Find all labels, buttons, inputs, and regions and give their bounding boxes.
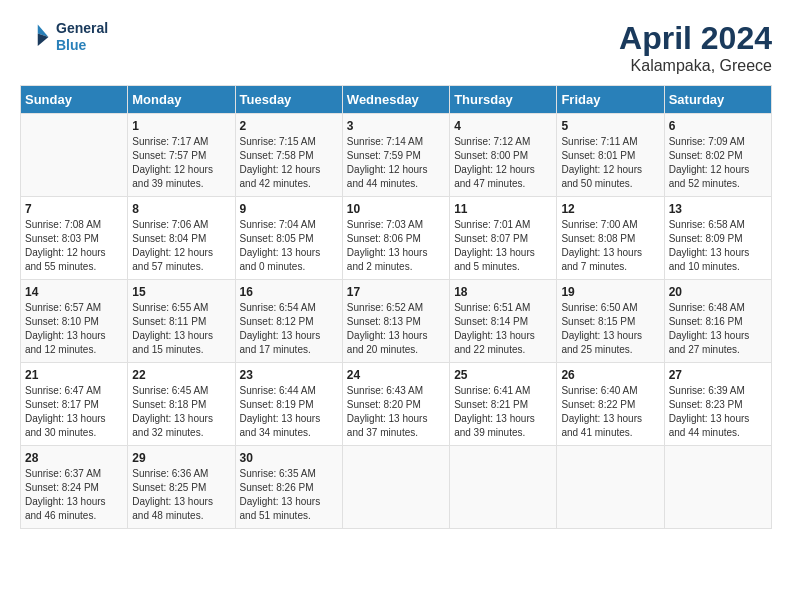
calendar-cell: 24Sunrise: 6:43 AM Sunset: 8:20 PM Dayli… — [342, 363, 449, 446]
day-number: 4 — [454, 119, 552, 133]
calendar-cell: 12Sunrise: 7:00 AM Sunset: 8:08 PM Dayli… — [557, 197, 664, 280]
logo-text: General Blue — [56, 20, 108, 54]
day-info: Sunrise: 7:00 AM Sunset: 8:08 PM Dayligh… — [561, 218, 659, 274]
day-info: Sunrise: 6:45 AM Sunset: 8:18 PM Dayligh… — [132, 384, 230, 440]
calendar-cell: 30Sunrise: 6:35 AM Sunset: 8:26 PM Dayli… — [235, 446, 342, 529]
logo: General Blue — [20, 20, 108, 54]
day-info: Sunrise: 6:54 AM Sunset: 8:12 PM Dayligh… — [240, 301, 338, 357]
day-number: 21 — [25, 368, 123, 382]
calendar-cell: 22Sunrise: 6:45 AM Sunset: 8:18 PM Dayli… — [128, 363, 235, 446]
page-header: General Blue April 2024 Kalampaka, Greec… — [20, 20, 772, 75]
day-info: Sunrise: 7:14 AM Sunset: 7:59 PM Dayligh… — [347, 135, 445, 191]
calendar-cell: 18Sunrise: 6:51 AM Sunset: 8:14 PM Dayli… — [450, 280, 557, 363]
day-info: Sunrise: 6:43 AM Sunset: 8:20 PM Dayligh… — [347, 384, 445, 440]
day-info: Sunrise: 7:12 AM Sunset: 8:00 PM Dayligh… — [454, 135, 552, 191]
calendar-cell: 4Sunrise: 7:12 AM Sunset: 8:00 PM Daylig… — [450, 114, 557, 197]
day-info: Sunrise: 7:06 AM Sunset: 8:04 PM Dayligh… — [132, 218, 230, 274]
calendar-cell — [664, 446, 771, 529]
calendar-week-4: 21Sunrise: 6:47 AM Sunset: 8:17 PM Dayli… — [21, 363, 772, 446]
calendar-cell: 10Sunrise: 7:03 AM Sunset: 8:06 PM Dayli… — [342, 197, 449, 280]
header-cell-monday: Monday — [128, 86, 235, 114]
calendar-cell: 1Sunrise: 7:17 AM Sunset: 7:57 PM Daylig… — [128, 114, 235, 197]
day-number: 11 — [454, 202, 552, 216]
day-info: Sunrise: 6:52 AM Sunset: 8:13 PM Dayligh… — [347, 301, 445, 357]
calendar-cell: 27Sunrise: 6:39 AM Sunset: 8:23 PM Dayli… — [664, 363, 771, 446]
day-info: Sunrise: 6:36 AM Sunset: 8:25 PM Dayligh… — [132, 467, 230, 523]
day-info: Sunrise: 6:41 AM Sunset: 8:21 PM Dayligh… — [454, 384, 552, 440]
calendar-cell: 16Sunrise: 6:54 AM Sunset: 8:12 PM Dayli… — [235, 280, 342, 363]
header-cell-saturday: Saturday — [664, 86, 771, 114]
calendar-cell — [450, 446, 557, 529]
header-cell-thursday: Thursday — [450, 86, 557, 114]
day-info: Sunrise: 7:03 AM Sunset: 8:06 PM Dayligh… — [347, 218, 445, 274]
day-number: 17 — [347, 285, 445, 299]
calendar-cell: 26Sunrise: 6:40 AM Sunset: 8:22 PM Dayli… — [557, 363, 664, 446]
day-info: Sunrise: 6:47 AM Sunset: 8:17 PM Dayligh… — [25, 384, 123, 440]
day-info: Sunrise: 6:40 AM Sunset: 8:22 PM Dayligh… — [561, 384, 659, 440]
calendar-cell: 28Sunrise: 6:37 AM Sunset: 8:24 PM Dayli… — [21, 446, 128, 529]
calendar-cell: 19Sunrise: 6:50 AM Sunset: 8:15 PM Dayli… — [557, 280, 664, 363]
calendar-cell: 9Sunrise: 7:04 AM Sunset: 8:05 PM Daylig… — [235, 197, 342, 280]
calendar-cell — [557, 446, 664, 529]
svg-marker-2 — [24, 24, 38, 45]
day-info: Sunrise: 6:55 AM Sunset: 8:11 PM Dayligh… — [132, 301, 230, 357]
day-number: 7 — [25, 202, 123, 216]
calendar-title: April 2024 — [619, 20, 772, 57]
calendar-cell: 11Sunrise: 7:01 AM Sunset: 8:07 PM Dayli… — [450, 197, 557, 280]
day-info: Sunrise: 7:11 AM Sunset: 8:01 PM Dayligh… — [561, 135, 659, 191]
day-info: Sunrise: 6:35 AM Sunset: 8:26 PM Dayligh… — [240, 467, 338, 523]
day-number: 6 — [669, 119, 767, 133]
calendar-table: SundayMondayTuesdayWednesdayThursdayFrid… — [20, 85, 772, 529]
day-number: 29 — [132, 451, 230, 465]
day-number: 8 — [132, 202, 230, 216]
day-number: 23 — [240, 368, 338, 382]
day-number: 18 — [454, 285, 552, 299]
calendar-week-2: 7Sunrise: 7:08 AM Sunset: 8:03 PM Daylig… — [21, 197, 772, 280]
calendar-cell: 5Sunrise: 7:11 AM Sunset: 8:01 PM Daylig… — [557, 114, 664, 197]
day-number: 28 — [25, 451, 123, 465]
day-info: Sunrise: 6:37 AM Sunset: 8:24 PM Dayligh… — [25, 467, 123, 523]
calendar-cell: 17Sunrise: 6:52 AM Sunset: 8:13 PM Dayli… — [342, 280, 449, 363]
day-info: Sunrise: 6:57 AM Sunset: 8:10 PM Dayligh… — [25, 301, 123, 357]
day-number: 12 — [561, 202, 659, 216]
day-number: 20 — [669, 285, 767, 299]
header-cell-tuesday: Tuesday — [235, 86, 342, 114]
calendar-cell: 15Sunrise: 6:55 AM Sunset: 8:11 PM Dayli… — [128, 280, 235, 363]
calendar-week-1: 1Sunrise: 7:17 AM Sunset: 7:57 PM Daylig… — [21, 114, 772, 197]
day-info: Sunrise: 7:09 AM Sunset: 8:02 PM Dayligh… — [669, 135, 767, 191]
calendar-cell: 29Sunrise: 6:36 AM Sunset: 8:25 PM Dayli… — [128, 446, 235, 529]
header-cell-wednesday: Wednesday — [342, 86, 449, 114]
day-info: Sunrise: 7:04 AM Sunset: 8:05 PM Dayligh… — [240, 218, 338, 274]
day-info: Sunrise: 6:48 AM Sunset: 8:16 PM Dayligh… — [669, 301, 767, 357]
header-cell-friday: Friday — [557, 86, 664, 114]
calendar-header-row: SundayMondayTuesdayWednesdayThursdayFrid… — [21, 86, 772, 114]
day-number: 13 — [669, 202, 767, 216]
calendar-cell: 3Sunrise: 7:14 AM Sunset: 7:59 PM Daylig… — [342, 114, 449, 197]
calendar-cell — [21, 114, 128, 197]
calendar-subtitle: Kalampaka, Greece — [619, 57, 772, 75]
day-number: 27 — [669, 368, 767, 382]
calendar-cell: 7Sunrise: 7:08 AM Sunset: 8:03 PM Daylig… — [21, 197, 128, 280]
day-number: 22 — [132, 368, 230, 382]
day-info: Sunrise: 7:15 AM Sunset: 7:58 PM Dayligh… — [240, 135, 338, 191]
day-number: 14 — [25, 285, 123, 299]
logo-line2: Blue — [56, 37, 108, 54]
day-number: 1 — [132, 119, 230, 133]
day-number: 10 — [347, 202, 445, 216]
day-number: 25 — [454, 368, 552, 382]
title-area: April 2024 Kalampaka, Greece — [619, 20, 772, 75]
calendar-cell: 6Sunrise: 7:09 AM Sunset: 8:02 PM Daylig… — [664, 114, 771, 197]
day-info: Sunrise: 6:50 AM Sunset: 8:15 PM Dayligh… — [561, 301, 659, 357]
day-number: 5 — [561, 119, 659, 133]
day-info: Sunrise: 6:51 AM Sunset: 8:14 PM Dayligh… — [454, 301, 552, 357]
logo-icon — [20, 21, 52, 53]
calendar-week-5: 28Sunrise: 6:37 AM Sunset: 8:24 PM Dayli… — [21, 446, 772, 529]
calendar-cell: 8Sunrise: 7:06 AM Sunset: 8:04 PM Daylig… — [128, 197, 235, 280]
day-info: Sunrise: 7:17 AM Sunset: 7:57 PM Dayligh… — [132, 135, 230, 191]
day-number: 30 — [240, 451, 338, 465]
header-cell-sunday: Sunday — [21, 86, 128, 114]
day-number: 9 — [240, 202, 338, 216]
calendar-cell: 23Sunrise: 6:44 AM Sunset: 8:19 PM Dayli… — [235, 363, 342, 446]
day-info: Sunrise: 6:58 AM Sunset: 8:09 PM Dayligh… — [669, 218, 767, 274]
calendar-cell: 14Sunrise: 6:57 AM Sunset: 8:10 PM Dayli… — [21, 280, 128, 363]
